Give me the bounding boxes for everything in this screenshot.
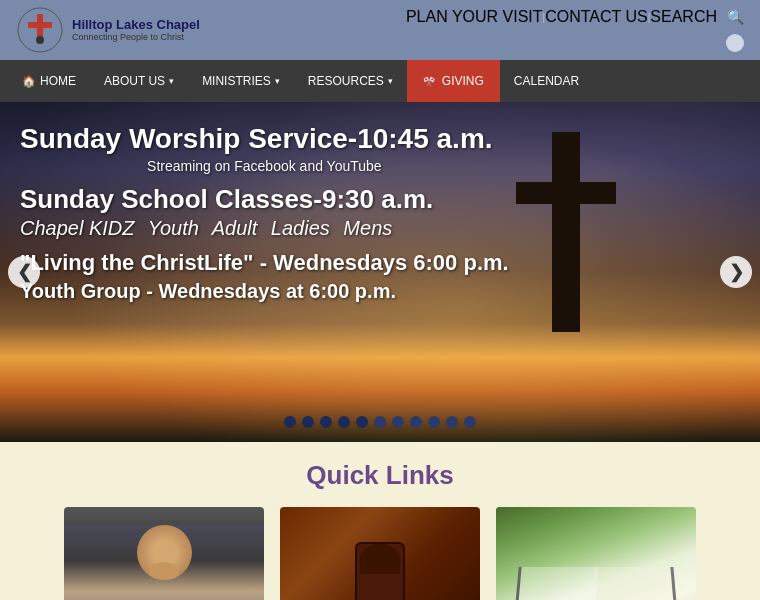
dot-11[interactable] [464,416,476,428]
top-right-group: PLAN YOUR VISIT | CONTACT US | SEARCH 🔍 [406,8,744,52]
hero-line1: Sunday Worship Service-10:45 a.m. [20,122,509,156]
contact-us-link[interactable]: CONTACT US [545,8,648,26]
nav-calendar[interactable]: CALENDAR [500,60,593,102]
nav-home[interactable]: 🏠 HOME [8,60,90,102]
hero-text: Sunday Worship Service-10:45 a.m. Stream… [20,122,509,303]
giving-flag-icon: 🎌 [423,76,435,87]
search-link[interactable]: SEARCH [650,8,717,26]
nav-ministries[interactable]: MINISTRIES ▾ [188,60,294,102]
nav-about[interactable]: ABOUT US ▾ [90,60,188,102]
logo-icon [16,6,64,54]
hero-line2: Streaming on Facebook and YouTube [20,158,509,174]
main-nav: 🏠 HOME ABOUT US ▾ MINISTRIES ▾ RESOURCES… [0,60,760,102]
class-item: Adult [212,217,258,239]
quick-link-card-door[interactable] [280,507,480,600]
quick-link-card-pastor[interactable] [64,507,264,600]
quick-links-cards [20,507,740,600]
hero-wednesday: "Living the ChristLife" - Wednesdays 6:0… [20,250,509,276]
class-item: Chapel KIDZ [20,217,135,239]
dot-8[interactable] [410,416,422,428]
quick-links-section: Quick Links [0,442,760,600]
class-item: Youth [148,217,199,239]
nav-giving[interactable]: 🎌 GIVING [407,60,500,102]
next-slide-button[interactable]: ❯ [720,256,752,288]
quick-link-card-bible[interactable] [496,507,696,600]
dot-1[interactable] [284,416,296,428]
cross-image [552,132,580,332]
hero-slider: Sunday Worship Service-10:45 a.m. Stream… [0,102,760,442]
nav-resources[interactable]: RESOURCES ▾ [294,60,407,102]
caret-icon: ▾ [169,76,174,86]
class-item: Mens [343,217,392,239]
class-item: Ladies [271,217,330,239]
dot-4[interactable] [338,416,350,428]
dot-9[interactable] [428,416,440,428]
search-icon[interactable]: 🔍 [717,9,744,25]
dot-6[interactable] [374,416,386,428]
hero-line3: Sunday School Classes-9:30 a.m. [20,184,509,215]
svg-point-3 [36,36,44,44]
site-name: Hilltop Lakes Chapel Connecting People t… [72,17,200,43]
logo-area: Hilltop Lakes Chapel Connecting People t… [16,6,200,54]
top-nav-links: PLAN YOUR VISIT | CONTACT US | SEARCH 🔍 [406,8,744,26]
circle-button[interactable] [726,34,744,52]
svg-rect-2 [28,22,52,28]
top-bar: Hilltop Lakes Chapel Connecting People t… [0,0,760,60]
slide-dots [284,416,476,428]
dot-7[interactable] [392,416,404,428]
dot-2[interactable] [302,416,314,428]
dot-5[interactable] [356,416,368,428]
plan-visit-link[interactable]: PLAN YOUR VISIT [406,8,543,26]
dot-3[interactable] [320,416,332,428]
quick-links-title: Quick Links [20,460,740,491]
hero-classes: Chapel KIDZ Youth Adult Ladies Mens [20,217,509,240]
hero-youth-group: Youth Group - Wednesdays at 6:00 p.m. [20,280,509,303]
caret-icon: ▾ [275,76,280,86]
dot-10[interactable] [446,416,458,428]
hero-background: Sunday Worship Service-10:45 a.m. Stream… [0,102,760,442]
home-icon: 🏠 [22,75,36,88]
prev-slide-button[interactable]: ❮ [8,256,40,288]
caret-icon: ▾ [388,76,393,86]
